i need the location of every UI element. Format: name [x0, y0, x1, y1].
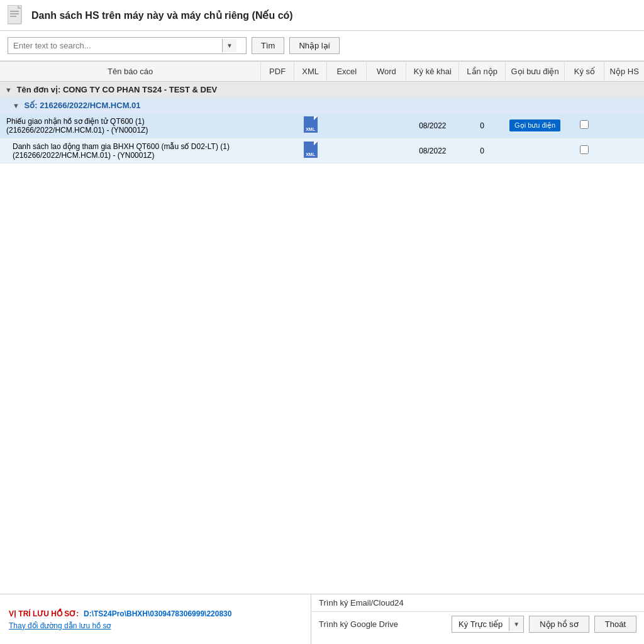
group-chevron[interactable]: ▼: [5, 86, 12, 94]
page-title: Danh sách HS trên máy này và máy chủ riê…: [31, 9, 293, 21]
col-header-nop: Nộp HS: [604, 62, 644, 82]
trinh-ky-email-label: Trình ký Email/Cloud24: [319, 598, 404, 608]
table-wrapper: Tên báo cáo PDF XML Excel Word Ký kê kha…: [0, 61, 644, 594]
goi-buu-dien-button[interactable]: Gọi bưu điện: [509, 119, 560, 131]
table-header-row: Tên báo cáo PDF XML Excel Word Ký kê kha…: [0, 62, 644, 82]
col-header-lan: Lần nộp: [459, 62, 506, 82]
footer-change-link[interactable]: Thay đổi đường dẫn lưu hồ sơ: [9, 621, 111, 630]
table-row: Danh sách lao động tham gia BHXH QT600 (…: [0, 138, 644, 164]
row2-kyso-checkbox[interactable]: [580, 145, 589, 154]
xml-file-icon-2[interactable]: XML: [304, 142, 318, 158]
row1-pdf: [261, 113, 294, 138]
subgroup-chevron[interactable]: ▼: [13, 102, 19, 109]
footer-trinh-ky-email-row: Trình ký Email/Cloud24: [311, 594, 644, 612]
footer-right: Trình ký Email/Cloud24 Trình ký Google D…: [311, 594, 644, 644]
row2-pdf: [261, 138, 294, 164]
document-icon: [8, 5, 25, 25]
row1-ky: 08/2022: [406, 113, 459, 138]
thoat-button[interactable]: Thoát: [594, 616, 636, 633]
ky-truc-tiep-button[interactable]: Ký Trực tiếp: [452, 616, 509, 632]
col-header-excel: Excel: [327, 62, 367, 82]
search-input-wrapper: ▼: [8, 37, 247, 54]
reset-button[interactable]: Nhập lại: [289, 37, 339, 54]
row2-kyso[interactable]: [565, 138, 604, 164]
subgroup-label: ▼ Số: 216266/2022/HCM.HCM.01: [0, 97, 644, 113]
search-dropdown-button[interactable]: ▼: [222, 39, 236, 52]
main-content: ▼ Tìm Nhập lại Tên báo cáo PDF XML Excel…: [0, 31, 644, 594]
col-header-ky: Ký kê khai: [406, 62, 459, 82]
col-header-kyso: Ký số: [565, 62, 604, 82]
row1-name: Phiếu giao nhận hồ sơ điện tử QT600 (1)(…: [0, 113, 261, 138]
group-row: ▼ Tên đơn vị: CONG TY CO PHAN TS24 - TES…: [0, 82, 644, 98]
footer-label: VỊ TRÍ LƯU HỒ SƠ:: [9, 609, 79, 618]
row2-excel: [327, 138, 367, 164]
row1-nop: [604, 113, 644, 138]
xml-file-icon[interactable]: XML: [304, 116, 318, 133]
row2-xml[interactable]: XML: [294, 138, 327, 164]
footer-path-line: VỊ TRÍ LƯU HỒ SƠ: D:\TS24Pro\BHXH\030947…: [9, 609, 302, 618]
row2-goi: [505, 138, 565, 164]
subgroup-name: Số: 216266/2022/HCM.HCM.01: [25, 101, 141, 110]
row1-lan: 0: [459, 113, 506, 138]
footer-path-value: D:\TS24Pro\BHXH\0309478306999\220830: [84, 609, 232, 618]
footer: VỊ TRÍ LƯU HỒ SƠ: D:\TS24Pro\BHXH\030947…: [0, 594, 644, 644]
row2-word: [367, 138, 406, 164]
main-table: Tên báo cáo PDF XML Excel Word Ký kê kha…: [0, 61, 644, 164]
col-header-pdf: PDF: [261, 62, 294, 82]
row2-name-text: Danh sách lao động tham gia BHXH QT600 (…: [13, 142, 230, 160]
row2-name: Danh sách lao động tham gia BHXH QT600 (…: [0, 138, 261, 164]
row2-lan: 0: [459, 138, 506, 164]
col-header-word: Word: [367, 62, 406, 82]
search-button[interactable]: Tìm: [252, 37, 284, 54]
row1-excel: [327, 113, 367, 138]
col-header-goi: Gọi bưu điện: [505, 62, 565, 82]
nop-ho-so-button[interactable]: Nộp hồ sơ: [529, 616, 589, 633]
row2-ky: 08/2022: [406, 138, 459, 164]
search-input[interactable]: [8, 38, 222, 53]
table-row: Phiếu giao nhận hồ sơ điện tử QT600 (1)(…: [0, 113, 644, 138]
trinh-ky-google-label: Trình ký Google Drive: [319, 619, 447, 629]
footer-left: VỊ TRÍ LƯU HỒ SƠ: D:\TS24Pro\BHXH\030947…: [0, 594, 311, 644]
footer-bottom-row: Trình ký Google Drive Ký Trực tiếp ▼ Nộp…: [311, 612, 644, 636]
group-name: Tên đơn vị: CONG TY CO PHAN TS24 - TEST …: [17, 85, 218, 94]
row1-name-text: Phiếu giao nhận hồ sơ điện tử QT600 (1)(…: [6, 117, 148, 135]
col-header-xml: XML: [294, 62, 327, 82]
search-bar: ▼ Tìm Nhập lại: [0, 31, 644, 61]
col-header-name: Tên báo cáo: [0, 62, 261, 82]
row2-nop: [604, 138, 644, 164]
row1-word: [367, 113, 406, 138]
ky-truc-tiep-wrapper: Ký Trực tiếp ▼: [452, 616, 524, 633]
group-label: ▼ Tên đơn vị: CONG TY CO PHAN TS24 - TES…: [0, 82, 644, 98]
title-bar: Danh sách HS trên máy này và máy chủ riê…: [0, 0, 644, 31]
subgroup-row: ▼ Số: 216266/2022/HCM.HCM.01: [0, 97, 644, 113]
ky-truc-tiep-dropdown-button[interactable]: ▼: [509, 618, 523, 631]
row1-goi[interactable]: Gọi bưu điện: [505, 113, 565, 138]
row1-kyso[interactable]: [565, 113, 604, 138]
row1-xml[interactable]: XML: [294, 113, 327, 138]
row1-kyso-checkbox[interactable]: [580, 120, 589, 129]
